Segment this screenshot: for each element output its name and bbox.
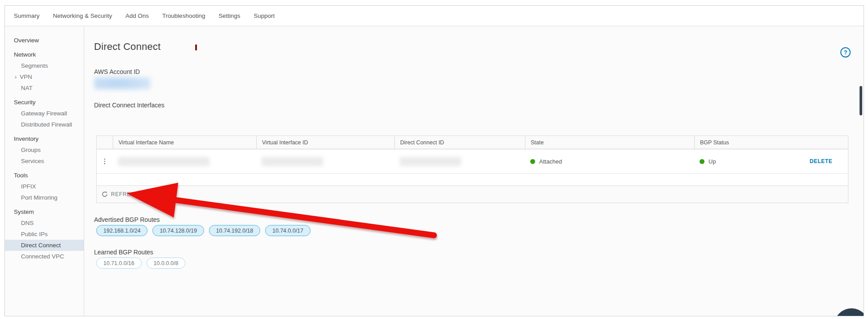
- table-header-vif-id: Virtual Interface ID: [256, 136, 394, 149]
- nav-tab-support[interactable]: Support: [254, 12, 274, 19]
- sidebar-item-dns[interactable]: DNS: [5, 217, 84, 229]
- sidebar-item-connected-vpc[interactable]: Connected VPC: [5, 251, 84, 262]
- route-chip: 10.71.0.0/16: [96, 258, 142, 269]
- refresh-icon: [102, 191, 108, 197]
- route-chip: 192.168.1.0/24: [96, 225, 147, 236]
- advertised-routes-list: 192.168.1.0/24 10.74.128.0/19 10.74.192.…: [96, 225, 311, 236]
- table-header-row: Virtual Interface Name Virtual Interface…: [97, 136, 848, 149]
- sidebar-item-segments[interactable]: Segments: [5, 60, 84, 71]
- nav-tab-troubleshooting[interactable]: Troubleshooting: [162, 12, 205, 19]
- state-value: Attached: [539, 158, 562, 165]
- sidebar: Overview Network Segments ›VPN NAT Secur…: [5, 27, 84, 316]
- learned-routes-label: Learned BGP Routes: [94, 249, 153, 256]
- table-header-menu: [97, 136, 113, 149]
- route-chip: 10.0.0.0/8: [147, 258, 186, 269]
- sidebar-section-tools: Tools: [5, 170, 84, 181]
- sidebar-item-vpn[interactable]: ›VPN: [5, 71, 84, 82]
- vif-name-redacted: [118, 157, 209, 166]
- table-row: ⋮ Attached Up DELETE: [97, 149, 848, 174]
- learned-routes-list: 10.71.0.0/16 10.0.0.0/8: [96, 258, 185, 269]
- vertical-scrollbar-thumb[interactable]: [860, 86, 862, 115]
- sidebar-section-security: Security: [5, 97, 84, 108]
- bgp-status-cell: Up: [700, 158, 716, 165]
- sidebar-item-direct-connect[interactable]: Direct Connect: [5, 240, 84, 251]
- sidebar-item-vpn-label: VPN: [20, 74, 32, 80]
- sidebar-section-inventory: Inventory: [5, 133, 84, 144]
- refresh-button[interactable]: REFRESH: [102, 191, 139, 197]
- main-content: Direct Connect ? AWS Account ID Direct C…: [85, 27, 864, 316]
- advertised-routes-label: Advertised BGP Routes: [94, 216, 160, 223]
- interfaces-label: Direct Connect Interfaces: [94, 102, 164, 109]
- sidebar-item-services[interactable]: Services: [5, 155, 84, 167]
- table-header-bgp-status: BGP Status: [694, 136, 848, 149]
- page-title: Direct Connect: [94, 41, 161, 53]
- refresh-button-label: REFRESH: [111, 191, 139, 197]
- sidebar-item-distributed-firewall[interactable]: Distributed Firewall: [5, 119, 84, 130]
- vif-id-redacted: [262, 157, 323, 166]
- app-window: Summary Networking & Security Add Ons Tr…: [4, 5, 864, 316]
- state-status-dot-icon: [530, 159, 535, 164]
- chevron-right-icon: ›: [15, 71, 16, 82]
- table-header-dc-id: Direct Connect ID: [394, 136, 525, 149]
- delete-button[interactable]: DELETE: [810, 158, 832, 164]
- aws-account-id-value-redacted: [94, 77, 151, 90]
- nav-tab-add-ons[interactable]: Add Ons: [126, 12, 149, 19]
- nav-tab-settings[interactable]: Settings: [218, 12, 240, 19]
- table-header-vif-name: Virtual Interface Name: [113, 136, 256, 149]
- route-chip: 10.74.192.0/18: [209, 225, 260, 236]
- dc-id-redacted: [400, 157, 461, 166]
- aws-account-id-label: AWS Account ID: [94, 68, 140, 75]
- sidebar-item-groups[interactable]: Groups: [5, 144, 84, 155]
- sidebar-item-gateway-firewall[interactable]: Gateway Firewall: [5, 108, 84, 119]
- bgp-status-dot-icon: [700, 159, 704, 164]
- sidebar-item-overview[interactable]: Overview: [5, 35, 84, 46]
- sidebar-item-nat[interactable]: NAT: [5, 82, 84, 94]
- table-empty-row: [97, 174, 848, 186]
- sidebar-item-public-ips[interactable]: Public IPs: [5, 229, 84, 240]
- row-menu-icon[interactable]: ⋮: [102, 157, 108, 165]
- sidebar-item-port-mirroring[interactable]: Port Mirroring: [5, 192, 84, 203]
- table-footer: REFRESH: [97, 186, 848, 203]
- nav-tab-summary[interactable]: Summary: [14, 12, 40, 19]
- nav-tab-networking-security[interactable]: Networking & Security: [53, 12, 112, 19]
- bgp-status-value: Up: [708, 158, 716, 165]
- top-nav: Summary Networking & Security Add Ons Tr…: [5, 6, 864, 26]
- table-header-state: State: [525, 136, 694, 149]
- sidebar-item-ipfix[interactable]: IPFIX: [5, 181, 84, 192]
- help-icon[interactable]: ?: [840, 47, 851, 57]
- route-chip: 10.74.128.0/19: [152, 225, 204, 236]
- route-chip: 10.74.0.0/17: [265, 225, 311, 236]
- interfaces-table: Virtual Interface Name Virtual Interface…: [96, 135, 848, 203]
- sidebar-section-network: Network: [5, 49, 84, 60]
- red-tick-mark: [195, 45, 197, 50]
- state-cell: Attached: [530, 158, 694, 165]
- sidebar-section-system: System: [5, 206, 84, 217]
